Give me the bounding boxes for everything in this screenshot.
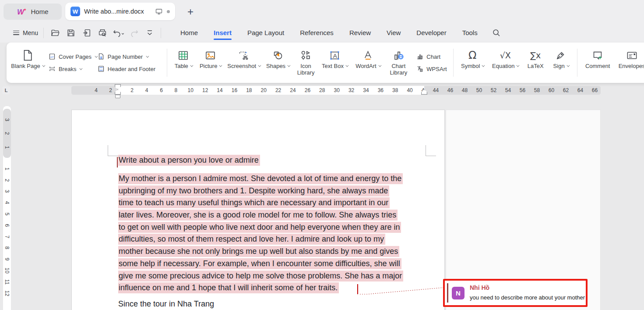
menu-tab[interactable]: References — [292, 25, 341, 41]
ruler-number: 46 — [443, 87, 457, 93]
comment-icon — [592, 48, 604, 63]
tab-stop-selector[interactable]: L — [2, 86, 10, 94]
document-text-line[interactable]: My mother is a person I admire most. She… — [118, 173, 427, 185]
vruler-top-margin: 321 — [3, 109, 11, 158]
ruler-number: 2 — [6, 175, 9, 186]
ruler-text-area: 24681012141618202224262830323436384042 — [118, 86, 424, 95]
header-footer-button[interactable]: Header and Footer — [98, 65, 163, 72]
cover-pages-button[interactable]: Cover Pages — [49, 53, 98, 60]
ruler-number: 56 — [515, 87, 530, 93]
menu-button[interactable]: Menu — [13, 29, 38, 36]
pagenum-header-group: Page Number Header and Footer — [98, 46, 163, 79]
open-file-button[interactable] — [49, 27, 61, 39]
ruler-number: 44 — [429, 87, 443, 93]
page-number-button[interactable]: Page Number — [98, 53, 163, 60]
ruler-number: 7 — [6, 231, 9, 242]
document-text-line[interactable]: some help if necessary. For example, whe… — [118, 258, 427, 270]
document-text-line[interactable]: upbringing of my two brothers and 1. Des… — [118, 185, 427, 197]
home-app-tab[interactable]: W Home — [4, 4, 62, 20]
wps-logo-icon: W — [17, 7, 27, 16]
document-plain-line[interactable]: Since the tour in Nha Trang — [118, 299, 214, 309]
shapes-button[interactable]: Shapes — [263, 46, 293, 79]
picture-button[interactable]: Picture — [196, 46, 225, 79]
document-body: My mother is a person I admire most. She… — [118, 173, 427, 294]
comment-author: Nhi Hồ — [470, 284, 489, 291]
shapes-icon — [272, 48, 284, 63]
writer-doc-icon: W — [70, 7, 80, 16]
picture-icon — [204, 48, 216, 63]
left-indent-marker[interactable] — [115, 95, 120, 98]
horizontal-ruler[interactable]: 42 2468101214161820222426283032343638404… — [71, 86, 601, 95]
breaks-button[interactable]: Breaks — [49, 65, 98, 72]
latex-button[interactable]: ∑x LaTeX — [523, 46, 548, 79]
ruler-number: 1 — [4, 146, 10, 149]
collapse-ribbon-button[interactable] — [144, 27, 155, 39]
ruler-number: 8 — [6, 242, 9, 254]
ruler-number: 9 — [6, 253, 9, 265]
ruler-number: 10 — [183, 87, 198, 93]
icon-library-icon — [300, 48, 312, 63]
wordart-button[interactable]: WordArt — [351, 46, 385, 79]
blank-page-button[interactable]: Blank Page — [7, 46, 49, 79]
ruler-number: 50 — [472, 87, 486, 93]
ruler-number: 26 — [300, 87, 315, 93]
equation-icon: √X — [500, 48, 511, 63]
cover-breaks-group: Cover Pages Breaks — [49, 46, 98, 79]
menu-tab[interactable]: View — [379, 25, 408, 41]
redo-button[interactable] — [128, 27, 140, 39]
document-text-line[interactable]: influence on me and 1 hope that I will i… — [118, 282, 427, 294]
chart-button[interactable]: Chart — [416, 53, 450, 60]
menu-tab[interactable]: Page Layout — [239, 25, 292, 41]
menu-tab[interactable]: Insert — [206, 25, 239, 41]
document-text-line[interactable]: later lives. Moreover, she is a good rol… — [118, 209, 427, 221]
document-tab[interactable]: W Write abo...mire.docx — [65, 3, 175, 20]
envelopes-button[interactable]: Envelopes — [614, 46, 644, 79]
ruler-number: 52 — [486, 87, 501, 93]
svg-text:A: A — [333, 52, 337, 59]
comment-card[interactable]: N Nhi Hồ you need to describe more about… — [443, 279, 588, 307]
chart-library-button[interactable]: ChartLibrary — [385, 46, 412, 79]
comment-range-marker — [117, 157, 118, 167]
screenshot-button[interactable]: Screenshot — [225, 46, 263, 79]
text-box-button[interactable]: A Text Box — [319, 46, 351, 79]
save-button[interactable] — [65, 27, 77, 39]
sign-button[interactable]: Sign — [548, 46, 574, 79]
menu-tab[interactable]: Developer — [408, 25, 454, 41]
menu-tab[interactable]: Home — [172, 25, 206, 41]
search-icon[interactable] — [492, 28, 501, 38]
ruler-number: 36 — [373, 87, 388, 93]
text-box-icon: A — [329, 48, 341, 63]
margin-crop-mark-right — [426, 145, 436, 156]
export-pdf-button[interactable] — [81, 27, 92, 39]
vertical-ruler[interactable]: 321 123456789101112 — [3, 106, 11, 310]
equation-button[interactable]: √X Equation — [488, 46, 523, 79]
comment-button[interactable]: Comment — [581, 46, 614, 79]
document-title-line[interactable]: Write about a person you love or admire — [118, 156, 260, 165]
vruler-text-area: 123456789101112 — [3, 160, 11, 310]
document-text-line[interactable]: give me some precious advice to help me … — [118, 270, 427, 282]
menu-tab[interactable]: Review — [341, 25, 379, 41]
menu-tab[interactable]: Tools — [454, 25, 486, 41]
print-preview-button[interactable] — [96, 27, 108, 39]
icon-library-button[interactable]: IconLibrary — [293, 46, 319, 79]
ruler-number: 12 — [4, 288, 10, 299]
wpsart-button[interactable]: WPSArt — [416, 65, 450, 72]
ruler-number: 18 — [242, 87, 256, 93]
document-text-line[interactable]: to get on well with people who live next… — [118, 221, 427, 234]
ruler-number: 28 — [315, 87, 329, 93]
ruler-number: 62 — [559, 87, 573, 93]
document-text-line[interactable]: difficulties, so most of them respect an… — [118, 233, 427, 246]
undo-button[interactable] — [112, 27, 124, 39]
symbol-button[interactable]: Ω Symbol — [457, 46, 488, 79]
text-cursor — [357, 284, 358, 294]
document-text-line[interactable]: mother because she not only brings me up… — [118, 246, 427, 258]
ruler-number: 4 — [89, 87, 103, 93]
new-tab-button[interactable]: + — [184, 5, 197, 18]
margin-crop-mark-left — [108, 145, 118, 156]
document-text-line[interactable]: time to teach us many useful things whic… — [118, 197, 427, 209]
latex-icon: ∑x — [530, 48, 541, 63]
monitor-icon[interactable] — [155, 8, 163, 15]
ruler-number: 14 — [212, 87, 227, 93]
document-tab-title: Write abo...mire.docx — [84, 8, 151, 15]
table-button[interactable]: Table — [171, 46, 196, 79]
